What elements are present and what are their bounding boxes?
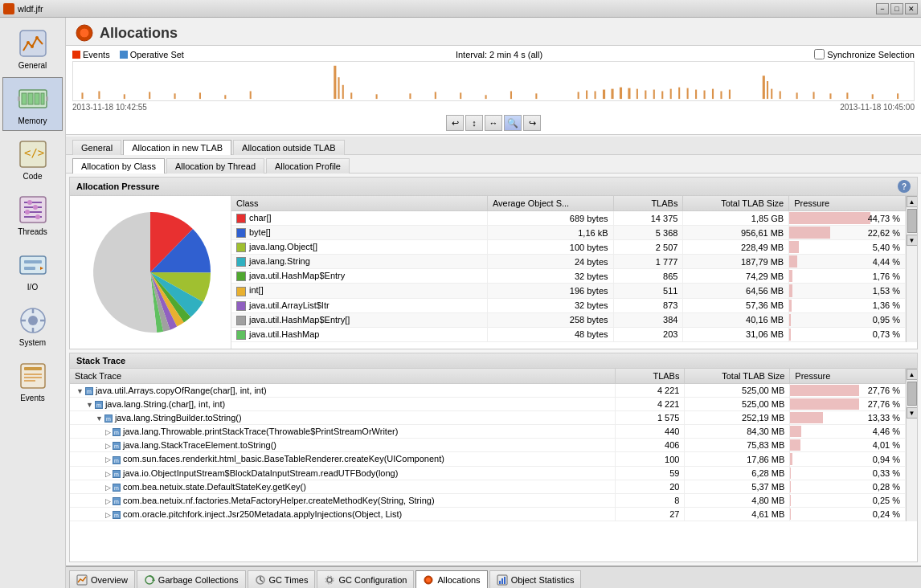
- col-pressure[interactable]: Pressure: [789, 196, 906, 211]
- sidebar-item-system[interactable]: System: [2, 299, 63, 353]
- nav-back-button[interactable]: ↩: [446, 115, 464, 131]
- minimize-button[interactable]: −: [876, 3, 889, 14]
- sync-checkbox[interactable]: [814, 49, 825, 59]
- allocation-row[interactable]: java.lang.Object[] 100 bytes 2 507 228,4…: [231, 240, 906, 255]
- col-total-size[interactable]: Total TLAB Size: [683, 196, 789, 211]
- timeline-chart[interactable]: [72, 61, 915, 101]
- sidebar-item-events[interactable]: Events: [2, 354, 63, 408]
- stack-col-total[interactable]: Total TLAB Size: [685, 369, 790, 384]
- bottom-tab-object-stats[interactable]: Object Statistics: [489, 570, 582, 588]
- allocation-scrollbar[interactable]: ▲ ▼: [906, 196, 917, 342]
- stack-row[interactable]: ▷mcom.sun.faces.renderkit.html_basic.Bas…: [70, 452, 906, 466]
- sidebar-item-memory[interactable]: Memory: [2, 77, 63, 131]
- stack-row[interactable]: ▷mcom.bea.netuix.nf.factories.MetaFactor…: [70, 493, 906, 507]
- stack-row[interactable]: ▷mjava.lang.Throwable.printStackTrace(Th…: [70, 425, 906, 439]
- tab-allocation-tlab[interactable]: Allocation in new TLAB: [123, 140, 231, 155]
- allocation-row[interactable]: char[] 689 bytes 14 375 1,85 GB 44,73 %: [231, 211, 906, 226]
- svg-point-97: [426, 578, 431, 582]
- stack-method-cell: ▷mcom.bea.netuix.state.DefaultStateKey.g…: [70, 480, 616, 493]
- svg-rect-45: [199, 92, 201, 99]
- sidebar-item-io[interactable]: I/O: [2, 243, 63, 297]
- allocation-row[interactable]: java.lang.String 24 bytes 1 777 187,79 M…: [231, 255, 906, 269]
- sidebar-item-threads[interactable]: Threads: [2, 188, 63, 242]
- scroll-up-arrow[interactable]: ▲: [907, 196, 918, 207]
- bottom-tab-gc[interactable]: Garbage Collections: [137, 570, 246, 588]
- stack-total-cell: 525,00 MB: [685, 398, 790, 411]
- svg-rect-100: [501, 578, 503, 584]
- maximize-button[interactable]: □: [890, 3, 903, 14]
- nav-zoom-out-button[interactable]: ↕: [465, 115, 483, 131]
- help-icon[interactable]: ?: [898, 180, 911, 193]
- bottom-tab-allocations[interactable]: Allocations: [415, 570, 487, 588]
- scroll-thumb[interactable]: [907, 209, 917, 233]
- stack-pressure-cell: 4,46 %: [790, 425, 906, 439]
- stack-row[interactable]: ▼mjava.util.Arrays.copyOfRange(char[], i…: [70, 384, 906, 398]
- svg-rect-74: [704, 91, 706, 100]
- stack-scroll-up[interactable]: ▲: [907, 369, 918, 380]
- pie-container: [70, 196, 231, 349]
- stack-col-pressure[interactable]: Pressure: [790, 369, 906, 384]
- stack-scroll-thumb[interactable]: [907, 382, 917, 406]
- svg-rect-40: [81, 92, 83, 99]
- allocation-row[interactable]: byte[] 1,16 kB 5 368 956,61 MB 22,62 %: [231, 226, 906, 240]
- scroll-down-arrow[interactable]: ▼: [907, 235, 918, 246]
- stack-trace-panel: Stack Trace Stack Trace TLABs Total TLAB…: [69, 353, 918, 562]
- class-cell: java.lang.String: [231, 255, 487, 269]
- allocation-row[interactable]: java.util.ArrayList$Itr 32 bytes 873 57,…: [231, 298, 906, 312]
- col-avg-size[interactable]: Average Object S...: [487, 196, 613, 211]
- stack-col-trace[interactable]: Stack Trace: [70, 369, 616, 384]
- tlabs-cell: 1 777: [613, 255, 683, 269]
- sidebar-item-code[interactable]: </> Code: [2, 133, 63, 186]
- close-button[interactable]: ✕: [905, 3, 918, 14]
- sync-check[interactable]: Synchronize Selection: [814, 49, 915, 59]
- allocation-row[interactable]: int[] 196 bytes 511 64,56 MB 1,53 %: [231, 284, 906, 298]
- stack-row[interactable]: ▷mcom.oracle.pitchfork.inject.Jsr250Meta…: [70, 507, 906, 521]
- stack-row[interactable]: ▷mcom.bea.netuix.state.DefaultStateKey.g…: [70, 480, 906, 493]
- stack-tlabs-cell: 440: [616, 425, 685, 439]
- tab-allocation-outside[interactable]: Allocation outside TLAB: [233, 140, 345, 155]
- allocation-row[interactable]: java.util.HashMap 48 bytes 203 31,06 MB …: [231, 327, 906, 341]
- nav-zoom-in-button[interactable]: 🔍: [504, 115, 522, 131]
- col-class[interactable]: Class: [231, 196, 487, 211]
- tlabs-cell: 865: [613, 269, 683, 284]
- events-legend: Events: [72, 50, 110, 59]
- stack-tlabs-cell: 1 575: [616, 411, 685, 425]
- allocation-row[interactable]: java.util.HashMap$Entry 32 bytes 865 74,…: [231, 269, 906, 284]
- svg-rect-82: [796, 92, 798, 99]
- nav-forward-button[interactable]: ↪: [523, 115, 541, 131]
- svg-rect-58: [535, 93, 537, 99]
- nav-fit-button[interactable]: ↔: [485, 115, 502, 131]
- svg-rect-62: [603, 90, 605, 100]
- pressure-cell: 1,76 %: [789, 269, 906, 284]
- tlabs-cell: 2 507: [613, 240, 683, 255]
- tlabs-cell: 5 368: [613, 226, 683, 240]
- svg-rect-68: [653, 90, 655, 100]
- code-icon: </>: [17, 138, 49, 170]
- bottom-tab-gc-config[interactable]: GC Configuration: [317, 570, 414, 588]
- bottom-tab-overview[interactable]: Overview: [69, 570, 135, 588]
- pressure-cell: 1,53 %: [789, 284, 906, 298]
- tab-profile[interactable]: Allocation Profile: [266, 158, 350, 174]
- tab-by-class[interactable]: Allocation by Class: [72, 158, 165, 174]
- sidebar-item-general[interactable]: General: [2, 22, 63, 76]
- svg-rect-50: [342, 85, 344, 99]
- bottom-tab-gc-times[interactable]: GC Times: [248, 570, 316, 588]
- col-tlabs[interactable]: TLABs: [613, 196, 683, 211]
- tab-by-thread[interactable]: Allocation by Thread: [166, 158, 264, 174]
- allocation-row[interactable]: java.util.HashMap$Entry[] 258 bytes 384 …: [231, 312, 906, 327]
- stack-scrollbar[interactable]: ▲ ▼: [906, 369, 917, 521]
- stack-row[interactable]: ▼mjava.lang.String.(char[], int, int) 4 …: [70, 398, 906, 411]
- memory-icon: [17, 83, 49, 115]
- stack-row[interactable]: ▷mjava.io.ObjectInputStream$BlockDataInp…: [70, 466, 906, 480]
- stack-method-cell: ▷mcom.sun.faces.renderkit.html_basic.Bas…: [70, 452, 616, 466]
- stack-row[interactable]: ▷mjava.lang.StackTraceElement.toString()…: [70, 439, 906, 452]
- stack-tlabs-cell: 20: [616, 480, 685, 493]
- window-controls[interactable]: − □ ✕: [876, 3, 918, 14]
- pressure-cell: 5,40 %: [789, 240, 906, 255]
- stack-scroll-down[interactable]: ▼: [907, 407, 918, 419]
- stack-col-tlabs[interactable]: TLABs: [616, 369, 685, 384]
- svg-rect-87: [897, 93, 898, 99]
- app-icon: [3, 3, 14, 14]
- stack-row[interactable]: ▼mjava.lang.StringBuilder.toString() 1 5…: [70, 411, 906, 425]
- tab-general[interactable]: General: [72, 140, 121, 155]
